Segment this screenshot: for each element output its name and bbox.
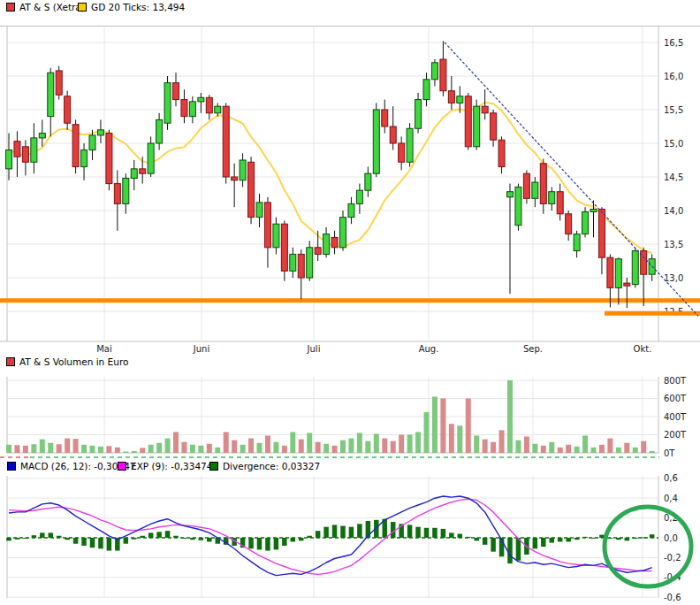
candle-body	[290, 254, 296, 271]
candle-body	[140, 169, 146, 173]
divergence-bar	[307, 536, 312, 538]
divergence-bar	[57, 536, 61, 538]
divergence-bar	[340, 526, 346, 538]
divergence-bar	[650, 534, 655, 538]
macd-axis-label: 0,0	[664, 533, 678, 543]
stock-chart-page: { "header": { "series_label": "AT & S (X…	[0, 0, 700, 605]
volume-bar	[499, 430, 505, 453]
volume-bar	[357, 433, 362, 453]
candle-body	[582, 212, 589, 234]
divergence-bar	[550, 538, 555, 543]
candle-body	[114, 184, 120, 204]
divergence-bar	[90, 538, 95, 548]
divergence-bar	[591, 538, 597, 539]
volume-bar	[257, 443, 262, 453]
volume-bar	[374, 433, 379, 453]
volume-bar	[148, 445, 154, 453]
divergence-bar	[566, 538, 571, 541]
trend-line	[445, 42, 698, 316]
candle-body	[365, 173, 371, 190]
divergence-bar	[49, 532, 54, 538]
divergence-bar	[190, 538, 195, 540]
candle-body	[181, 100, 187, 117]
volume-bar	[6, 445, 11, 453]
divergence-bar	[474, 538, 479, 540]
volume-bar	[248, 439, 254, 453]
divergence-bar	[257, 538, 262, 549]
candle-body	[307, 248, 313, 278]
candle-body	[315, 248, 321, 255]
volume-bar	[566, 445, 571, 453]
volume-bar	[48, 443, 53, 453]
candle-body	[498, 140, 505, 166]
candle-body	[491, 113, 497, 140]
volume-bar	[265, 436, 270, 453]
candle-body	[39, 134, 45, 138]
volume-bar	[633, 448, 638, 453]
volume-bar	[40, 440, 45, 453]
month-label: Aug.	[419, 344, 439, 354]
candle-body	[248, 162, 255, 217]
candle-body	[223, 106, 229, 177]
divergence-bar	[625, 538, 630, 540]
candle-body	[340, 218, 346, 248]
divergence-bar	[199, 538, 204, 540]
volume-bar	[515, 440, 521, 453]
volume-bar	[491, 442, 496, 453]
divergence-bar	[316, 531, 321, 538]
divergence-bar	[107, 538, 112, 551]
candle-body	[106, 134, 112, 184]
volume-bar	[81, 445, 87, 453]
annotation-circle	[605, 507, 691, 586]
volume-bar	[607, 439, 612, 453]
macd-axis-label: 0,6	[664, 473, 678, 483]
volume-bar	[23, 446, 28, 453]
candle-body	[206, 97, 212, 112]
volume-bar	[282, 446, 287, 453]
divergence-bar	[541, 538, 546, 547]
volume-bar	[181, 442, 186, 453]
chart-root: AT & S (Xetra) GD 20 Ticks: 13,494 AT & …	[0, 0, 700, 605]
divergence-bar	[132, 538, 137, 540]
divergence-bar	[633, 538, 638, 539]
volume-bar	[382, 439, 387, 453]
volume-bar	[173, 432, 179, 453]
candle-body	[574, 234, 580, 251]
price-axis-label: 15,0	[664, 139, 683, 149]
candle-body	[281, 224, 287, 271]
divergence-bar	[357, 524, 362, 538]
volume-bar	[599, 445, 605, 453]
divergence-bar	[156, 532, 162, 538]
candle-body	[440, 59, 446, 91]
divergence-bar	[98, 538, 103, 548]
volume-bar	[432, 396, 438, 453]
divergence-bar	[466, 537, 471, 538]
candle-body	[482, 106, 488, 113]
volume-bar	[65, 439, 70, 453]
candle-body	[173, 83, 179, 100]
chart-canvas[interactable]: 16,516,015,515,014,514,013,513,012,5MaiJ…	[0, 0, 700, 605]
macd-axis-label: 0,4	[664, 494, 678, 503]
candle-body	[590, 209, 597, 211]
volume-bar	[457, 425, 462, 453]
divergence-bar	[291, 538, 296, 541]
divergence-bar	[458, 534, 463, 538]
candle-body	[415, 100, 422, 129]
candle-body	[373, 110, 379, 173]
candle-body	[81, 150, 88, 167]
price-axis-label: 14,5	[664, 172, 683, 182]
volume-bar	[224, 432, 229, 453]
volume-bar	[290, 432, 295, 453]
volume-bar	[365, 441, 370, 453]
volume-bar	[466, 399, 471, 454]
volume-axis-label: 800T	[664, 376, 687, 386]
candle-body	[356, 190, 362, 203]
volume-bar	[165, 439, 171, 453]
volume-bar	[57, 444, 62, 453]
candle-body	[256, 203, 262, 218]
divergence-bar	[140, 536, 145, 538]
divergence-bar	[282, 538, 287, 546]
candle-body	[348, 203, 354, 217]
divergence-bar	[582, 537, 588, 538]
divergence-bar	[507, 538, 513, 563]
